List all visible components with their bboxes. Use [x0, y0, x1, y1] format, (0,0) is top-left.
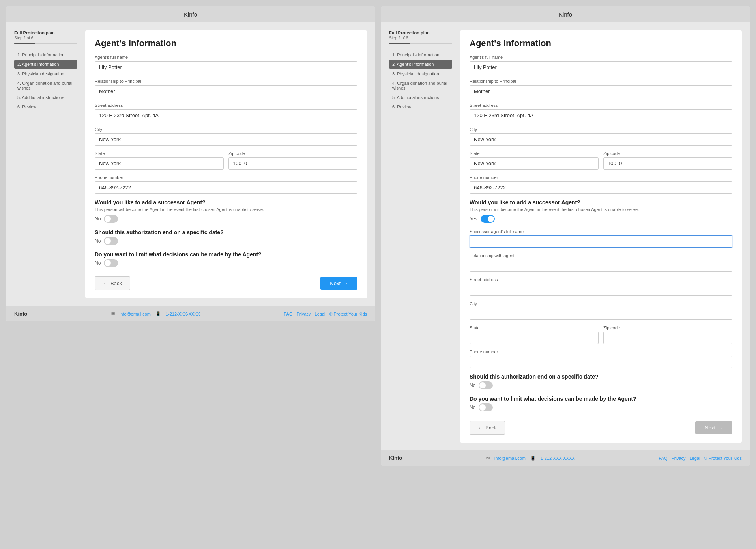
right-back-button[interactable]: ← Back: [470, 421, 505, 435]
right-successor-toggle-row: Yes: [470, 215, 732, 223]
right-successor-street-group: Street address: [470, 277, 732, 296]
right-phone-input[interactable]: [470, 181, 732, 194]
right-agent-name-label: Agent's full name: [470, 55, 732, 60]
right-street-group: Street address: [470, 103, 732, 121]
left-nav-item-2[interactable]: 2. Agent's information: [14, 60, 77, 69]
left-relationship-group: Relationship to Principal: [95, 79, 357, 97]
left-panel-header: Kinfo: [6, 6, 375, 22]
right-phone-group: Phone number: [470, 175, 732, 194]
left-footer-links: FAQ Privacy Legal © Protect Your Kids: [284, 312, 367, 316]
right-footer-email-icon: ✉: [486, 456, 490, 461]
right-successor-name-input[interactable]: [470, 235, 732, 248]
right-limit-toggle[interactable]: [479, 403, 493, 411]
right-successor-relationship-label: Relationship with agent: [470, 253, 732, 258]
left-footer-email[interactable]: info@email.com: [120, 312, 151, 316]
right-next-arrow-icon: →: [718, 425, 723, 431]
right-relationship-label: Relationship to Principal: [470, 79, 732, 84]
right-nav-item-4[interactable]: 4. Organ donation and burial wishes: [389, 79, 452, 92]
left-limit-toggle[interactable]: [104, 259, 118, 267]
right-back-label: Back: [485, 425, 497, 431]
left-sidebar: Full Protection plan Step 2 of 6 1. Prin…: [14, 30, 77, 298]
left-footer-faq[interactable]: FAQ: [284, 312, 292, 316]
right-state-input[interactable]: [470, 157, 599, 170]
right-successor-desc: This person will become the Agent in the…: [470, 207, 732, 212]
left-header-title: Kinfo: [184, 11, 197, 18]
right-zip-input[interactable]: [603, 157, 732, 170]
right-agent-name-input[interactable]: [470, 61, 732, 73]
right-limit-question: Do you want to limit what decisions can …: [470, 396, 732, 402]
right-form-actions: ← Back Next →: [470, 421, 732, 435]
right-authorization-toggle-label: No: [470, 383, 475, 388]
right-successor-state-input[interactable]: [470, 332, 599, 344]
left-panel: Kinfo Full Protection plan Step 2 of 6 1…: [6, 6, 375, 321]
left-nav-item-3[interactable]: 3. Physician designation: [14, 69, 77, 78]
left-limit-section: Do you want to limit what decisions can …: [95, 251, 357, 267]
left-nav-item-1[interactable]: 1. Principal's information: [14, 50, 77, 59]
right-nav-item-3[interactable]: 3. Physician designation: [389, 69, 452, 78]
right-nav-item-1[interactable]: 1. Principal's information: [389, 50, 452, 59]
left-street-input[interactable]: [95, 109, 357, 121]
left-successor-toggle[interactable]: [104, 215, 118, 223]
right-successor-relationship-input[interactable]: [470, 260, 732, 272]
left-limit-toggle-row: No: [95, 259, 357, 267]
right-footer-email[interactable]: info@email.com: [494, 456, 526, 461]
right-successor-phone-label: Phone number: [470, 349, 732, 354]
right-sidebar: Full Protection plan Step 2 of 6 1. Prin…: [389, 30, 452, 443]
left-next-button[interactable]: Next →: [320, 277, 357, 290]
right-nav-item-2[interactable]: 2. Agent's information: [389, 60, 452, 69]
left-limit-toggle-knob: [105, 260, 111, 266]
left-footer-legal[interactable]: Legal: [315, 312, 326, 316]
left-agent-name-label: Agent's full name: [95, 55, 357, 60]
left-authorization-toggle[interactable]: [104, 237, 118, 245]
left-nav-item-5[interactable]: 5. Additional instructions: [14, 93, 77, 102]
left-agent-name-input[interactable]: [95, 61, 357, 73]
right-successor-question: Would you like to add a successor Agent?: [470, 199, 732, 205]
left-footer-privacy[interactable]: Privacy: [296, 312, 311, 316]
left-city-group: City: [95, 127, 357, 146]
right-footer-faq[interactable]: FAQ: [659, 456, 667, 461]
right-next-button[interactable]: Next →: [695, 421, 732, 434]
right-relationship-input[interactable]: [470, 85, 732, 97]
left-footer-brand: Kinfo: [14, 311, 27, 317]
left-city-input[interactable]: [95, 133, 357, 146]
right-street-input[interactable]: [470, 109, 732, 121]
left-successor-section: Would you like to add a successor Agent?…: [95, 199, 357, 223]
right-footer-legal[interactable]: Legal: [690, 456, 700, 461]
right-zip-group: Zip code: [603, 151, 732, 170]
right-successor-zip-input[interactable]: [603, 332, 732, 344]
left-back-button[interactable]: ← Back: [95, 276, 130, 290]
right-nav-item-5[interactable]: 5. Additional instructions: [389, 93, 452, 102]
left-phone-input[interactable]: [95, 181, 357, 194]
left-nav-item-6[interactable]: 6. Review: [14, 103, 77, 111]
right-successor-toggle-knob: [488, 216, 494, 222]
left-footer-protect[interactable]: © Protect Your Kids: [329, 312, 367, 316]
right-nav-item-6[interactable]: 6. Review: [389, 103, 452, 111]
left-next-label: Next: [330, 280, 341, 286]
left-zip-label: Zip code: [228, 151, 357, 156]
right-successor-toggle[interactable]: [481, 215, 495, 223]
right-footer-privacy[interactable]: Privacy: [671, 456, 685, 461]
left-nav-item-4[interactable]: 4. Organ donation and burial wishes: [14, 79, 77, 92]
right-successor-section: Would you like to add a successor Agent?…: [470, 199, 732, 368]
right-successor-street-input[interactable]: [470, 284, 732, 296]
right-successor-city-input[interactable]: [470, 308, 732, 320]
right-back-arrow-icon: ←: [478, 425, 483, 431]
left-footer-phone[interactable]: 1-212-XXX-XXXX: [166, 312, 200, 316]
left-successor-question: Would you like to add a successor Agent?: [95, 199, 357, 205]
left-next-arrow-icon: →: [343, 280, 348, 286]
left-state-group: State: [95, 151, 224, 170]
left-zip-input[interactable]: [228, 157, 357, 170]
right-footer-phone[interactable]: 1-212-XXX-XXXX: [541, 456, 575, 461]
left-state-input[interactable]: [95, 157, 224, 170]
right-footer-protect[interactable]: © Protect Your Kids: [704, 456, 742, 461]
right-footer: Kinfo ✉ info@email.com 📱 1-212-XXX-XXXX …: [381, 450, 750, 466]
left-authorization-toggle-label: No: [95, 238, 101, 244]
left-agent-name-group: Agent's full name: [95, 55, 357, 73]
right-successor-state-zip-row: State Zip code: [470, 325, 732, 349]
right-city-input[interactable]: [470, 133, 732, 146]
right-authorization-toggle[interactable]: [479, 381, 493, 389]
left-relationship-input[interactable]: [95, 85, 357, 97]
left-authorization-toggle-row: No: [95, 237, 357, 245]
right-successor-phone-input[interactable]: [470, 356, 732, 368]
right-authorization-question: Should this authorization end on a speci…: [470, 373, 732, 380]
